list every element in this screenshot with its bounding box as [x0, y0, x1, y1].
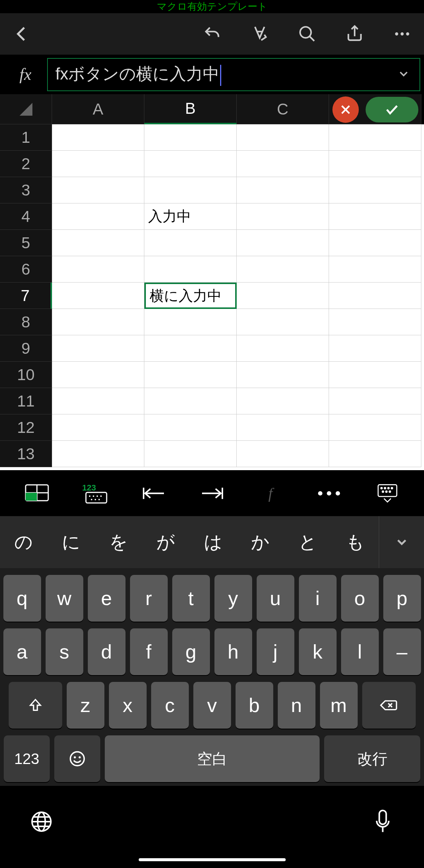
row-header-2[interactable]: 2 — [0, 151, 52, 177]
key-s[interactable]: s — [46, 628, 83, 675]
cell-C12[interactable] — [237, 414, 329, 441]
cell-A10[interactable] — [52, 362, 144, 388]
cell-C1[interactable] — [237, 124, 329, 151]
key-d[interactable]: d — [88, 628, 126, 675]
shift-key[interactable] — [9, 682, 62, 729]
row-header-11[interactable]: 11 — [0, 388, 52, 414]
key-m[interactable]: m — [320, 682, 358, 729]
cell-C2[interactable] — [237, 151, 329, 177]
cell-B1[interactable] — [144, 124, 237, 151]
cell-D7[interactable] — [329, 283, 421, 309]
share-button[interactable] — [344, 23, 365, 44]
ime-suggestion[interactable]: は — [190, 516, 237, 568]
row-header-6[interactable]: 6 — [0, 256, 52, 283]
cell-B12[interactable] — [144, 414, 237, 441]
cell-C13[interactable] — [237, 441, 329, 467]
tab-right-button[interactable] — [193, 478, 231, 508]
column-header-b[interactable]: B — [144, 94, 237, 124]
cell-D11[interactable] — [329, 388, 421, 414]
key-i[interactable]: i — [299, 575, 337, 622]
key-p[interactable]: p — [383, 575, 421, 622]
cell-A3[interactable] — [52, 177, 144, 203]
key-r[interactable]: r — [130, 575, 168, 622]
ime-suggestion[interactable]: が — [142, 516, 190, 568]
cell-A5[interactable] — [52, 230, 144, 256]
key-w[interactable]: w — [46, 575, 83, 622]
formula-input[interactable]: fxボタンの横に入力中 — [47, 58, 420, 91]
ime-suggestion[interactable]: に — [47, 516, 95, 568]
cell-D12[interactable] — [329, 414, 421, 441]
row-header-10[interactable]: 10 — [0, 362, 52, 388]
row-header-1[interactable]: 1 — [0, 124, 52, 151]
row-header-8[interactable]: 8 — [0, 309, 52, 335]
cell-B4[interactable]: 入力中 — [144, 203, 237, 230]
cell-C6[interactable] — [237, 256, 329, 283]
more-options-button[interactable] — [310, 478, 348, 508]
cell-D1[interactable] — [329, 124, 421, 151]
cell-A6[interactable] — [52, 256, 144, 283]
cell-C11[interactable] — [237, 388, 329, 414]
spreadsheet-grid[interactable]: 1234入力中567横に入力中8910111213 — [0, 124, 424, 470]
confirm-edit-button[interactable] — [366, 97, 418, 122]
fx-button[interactable]: fx — [4, 58, 47, 90]
key-t[interactable]: t — [172, 575, 210, 622]
cell-nav-icon[interactable] — [18, 478, 56, 508]
key-k[interactable]: k — [299, 628, 337, 675]
key-z[interactable]: z — [67, 682, 104, 729]
key-o[interactable]: o — [341, 575, 379, 622]
cell-C3[interactable] — [237, 177, 329, 203]
cell-A4[interactable] — [52, 203, 144, 230]
key-a[interactable]: a — [3, 628, 41, 675]
row-header-7[interactable]: 7 — [0, 283, 52, 309]
cell-B5[interactable] — [144, 230, 237, 256]
mic-icon[interactable] — [367, 807, 398, 837]
cell-B13[interactable] — [144, 441, 237, 467]
cell-C8[interactable] — [237, 309, 329, 335]
column-header-c[interactable]: C — [237, 94, 329, 124]
cell-A12[interactable] — [52, 414, 144, 441]
key-l[interactable]: l — [341, 628, 379, 675]
key-y[interactable]: y — [214, 575, 252, 622]
cell-D4[interactable] — [329, 203, 421, 230]
cell-A1[interactable] — [52, 124, 144, 151]
row-header-5[interactable]: 5 — [0, 230, 52, 256]
ime-suggestion[interactable]: か — [237, 516, 284, 568]
cell-B3[interactable] — [144, 177, 237, 203]
undo-button[interactable] — [202, 23, 223, 44]
ime-suggestion[interactable]: を — [95, 516, 142, 568]
cell-C7[interactable] — [237, 283, 329, 309]
cell-D8[interactable] — [329, 309, 421, 335]
back-button[interactable] — [11, 23, 32, 44]
cell-A2[interactable] — [52, 151, 144, 177]
more-button[interactable] — [392, 23, 413, 44]
cell-A11[interactable] — [52, 388, 144, 414]
numeric-keyboard-button[interactable]: 123 — [77, 478, 114, 508]
cell-D3[interactable] — [329, 177, 421, 203]
key-h[interactable]: h — [214, 628, 252, 675]
format-button[interactable] — [249, 23, 270, 44]
cell-C9[interactable] — [237, 335, 329, 362]
column-header-a[interactable]: A — [52, 94, 144, 124]
cell-B10[interactable] — [144, 362, 237, 388]
cancel-edit-button[interactable] — [332, 96, 359, 123]
cell-A13[interactable] — [52, 441, 144, 467]
key-n[interactable]: n — [278, 682, 315, 729]
cell-B8[interactable] — [144, 309, 237, 335]
home-indicator[interactable] — [139, 858, 286, 861]
cell-B11[interactable] — [144, 388, 237, 414]
expand-formula-button[interactable] — [397, 67, 412, 82]
key-u[interactable]: u — [257, 575, 294, 622]
emoji-key[interactable] — [54, 735, 100, 782]
key-b[interactable]: b — [236, 682, 273, 729]
row-header-3[interactable]: 3 — [0, 177, 52, 203]
cell-A9[interactable] — [52, 335, 144, 362]
cell-A7[interactable] — [52, 283, 144, 309]
key-v[interactable]: v — [193, 682, 231, 729]
key-c[interactable]: c — [151, 682, 189, 729]
select-all-corner[interactable] — [0, 94, 52, 124]
cell-D13[interactable] — [329, 441, 421, 467]
function-hint-button[interactable]: f — [252, 478, 289, 508]
cell-D5[interactable] — [329, 230, 421, 256]
return-key[interactable]: 改行 — [324, 735, 420, 782]
ime-suggestion[interactable]: も — [331, 516, 379, 568]
